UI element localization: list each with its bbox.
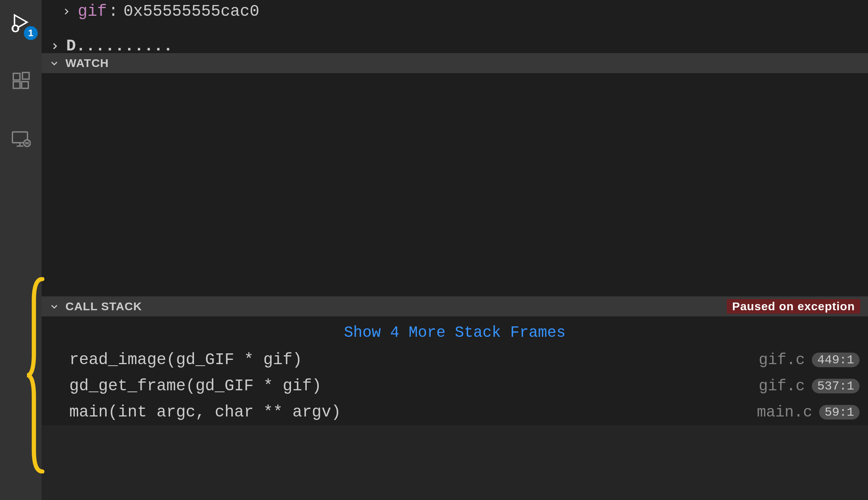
chevron-right-icon [61,6,72,17]
stack-frame[interactable]: main(int argc, char ** argv) main.c 59:1 [42,399,868,425]
stack-func: gd_get_frame(gd_GIF * gif) [69,377,321,395]
watch-body [42,73,868,296]
svg-line-3 [13,26,14,27]
watch-title: WATCH [65,57,109,70]
stack-file: gif.c [759,378,805,395]
svg-line-5 [13,30,14,31]
chevron-down-icon [49,301,59,311]
variable-name: gif [78,2,107,21]
svg-rect-10 [22,72,29,79]
annotation-bracket [27,277,46,473]
svg-rect-8 [13,82,20,88]
svg-line-6 [17,30,18,31]
svg-rect-7 [13,74,20,80]
watch-section-header[interactable]: WATCH [42,53,868,73]
callstack-title: CALL STACK [65,300,142,313]
callstack-section-header[interactable]: CALL STACK Paused on exception [42,296,868,316]
stack-func: read_image(gd_GIF * gif) [69,351,302,369]
stack-func: main(int argc, char ** argv) [69,403,341,421]
variable-row-partial[interactable]: D.......... [61,35,868,53]
show-more-frames-link[interactable]: Show 4 More Stack Frames [42,319,868,347]
stack-file: main.c [757,404,812,421]
chevron-down-icon [49,58,59,68]
stack-location: 449:1 [812,353,860,367]
stack-frame[interactable]: gd_get_frame(gd_GIF * gif) gif.c 537:1 [42,373,868,399]
variables-section: gif : 0x55555555cac0 D.......... [42,0,868,53]
stack-frame[interactable]: read_image(gd_GIF * gif) gif.c 449:1 [42,347,868,373]
variable-colon: : [109,2,118,21]
chevron-right-icon [49,41,60,52]
debug-panel: gif : 0x55555555cac0 D.......... WATCH C… [42,0,868,500]
stack-location: 59:1 [819,405,860,420]
debug-badge: 1 [24,26,38,40]
activity-bar: 1 [0,0,42,500]
activity-extensions-button[interactable] [5,65,36,96]
variable-row[interactable]: gif : 0x55555555cac0 [61,0,868,23]
stack-file: gif.c [759,351,805,369]
svg-line-4 [17,26,18,27]
paused-on-exception-badge: Paused on exception [727,299,860,314]
variable-partial-text: D.......... [66,37,173,53]
activity-debug-button[interactable]: 1 [5,8,36,38]
activity-remote-button[interactable] [5,123,36,154]
svg-rect-9 [22,82,28,88]
callstack-body: Show 4 More Stack Frames read_image(gd_G… [42,316,868,425]
stack-location: 537:1 [812,379,860,393]
variable-value: 0x55555555cac0 [124,2,259,21]
